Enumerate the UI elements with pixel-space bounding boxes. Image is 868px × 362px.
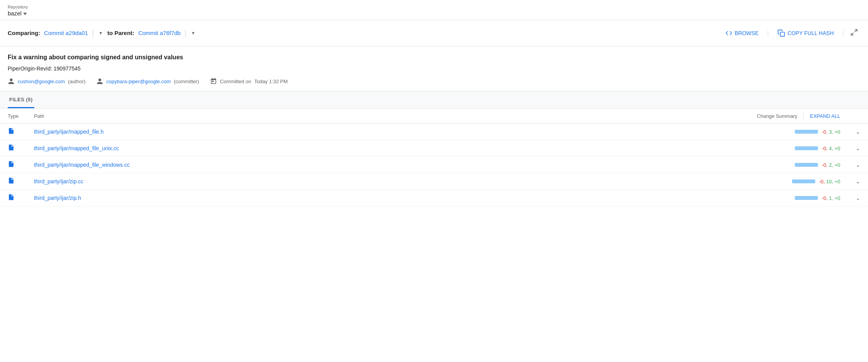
change-stats-2: -0, 4, +0 xyxy=(822,146,840,151)
commit-b-chevron-icon: ▾ xyxy=(192,30,195,36)
change-stats-1: -0, 3, +0 xyxy=(822,129,840,135)
file-path-link-2[interactable]: third_party/ijar/mapped_file_unix.cc xyxy=(34,145,119,151)
file-icon-5 xyxy=(8,195,15,202)
change-stats-3: -0, 2, +0 xyxy=(822,162,840,168)
commit-a-chevron-icon: ▾ xyxy=(99,30,102,36)
commit-b-dropdown-button[interactable]: ▾ xyxy=(190,29,196,37)
repo-dropdown-icon[interactable] xyxy=(23,13,27,15)
change-bar-3 xyxy=(795,163,818,167)
expand-icon-4[interactable]: ⌄ xyxy=(856,178,860,184)
browse-button[interactable]: BROWSE xyxy=(721,27,763,39)
file-path-link-3[interactable]: third_party/ijar/mapped_file_windows.cc xyxy=(34,162,130,168)
repository-label: Repository xyxy=(8,5,860,9)
commit-info: Fix a warning about comparing signed and… xyxy=(0,46,868,91)
stat-blue-1: 3, xyxy=(829,129,833,135)
change-summary-column-header: Change Summary EXPAND ALL xyxy=(461,109,848,124)
change-summary-cell-1: -0, 3, +0 xyxy=(461,124,848,140)
browse-label: BROWSE xyxy=(735,30,759,36)
stat-red-1: -0, xyxy=(822,129,828,135)
change-bar-1 xyxy=(795,130,818,134)
expand-icon-3[interactable]: ⌄ xyxy=(856,162,860,168)
author-email[interactable]: cushon@google.com xyxy=(18,79,65,84)
expand-cell-2: ⌄ xyxy=(848,140,868,157)
stat-red-5: -0, xyxy=(822,195,828,201)
table-row: third_party/ijar/mapped_file_unix.cc -0,… xyxy=(0,140,868,157)
files-table: Type Path Change Summary EXPAND ALL xyxy=(0,109,868,206)
table-row: third_party/ijar/zip.h -0, 1, +0 ⌄ xyxy=(0,190,868,206)
file-path-cell-5: third_party/ijar/zip.h xyxy=(26,190,461,206)
stat-red-3: -0, xyxy=(822,162,828,168)
file-path-cell-1: third_party/ijar/mapped_file.h xyxy=(26,124,461,140)
files-tab-bar: FILES (5) xyxy=(0,91,868,109)
commit-b-link[interactable]: Commit a76f7db xyxy=(138,30,181,36)
author-role: (author) xyxy=(68,79,86,84)
copy-hash-label: COPY FULL HASH xyxy=(787,30,834,36)
change-summary-cell-2: -0, 4, +0 xyxy=(461,140,848,157)
toolbar-right: BROWSE COPY FULL HASH xyxy=(721,26,860,40)
expand-icon-5[interactable]: ⌄ xyxy=(856,195,860,201)
stat-blue-3: 2, xyxy=(829,162,833,168)
commit-title: Fix a warning about comparing signed and… xyxy=(8,54,860,61)
change-stats-4: -0, 10, +0 xyxy=(819,179,840,184)
expand-icon-2[interactable]: ⌄ xyxy=(856,145,860,151)
file-type-cell-1 xyxy=(0,124,26,140)
stat-green-2: +0 xyxy=(834,146,840,151)
expand-cell-1: ⌄ xyxy=(848,124,868,140)
file-path-cell-3: third_party/ijar/mapped_file_windows.cc xyxy=(26,157,461,173)
file-type-cell-5 xyxy=(0,190,26,206)
stat-blue-5: 1, xyxy=(829,195,833,201)
expand-icon-column-header xyxy=(848,109,868,124)
fullscreen-icon xyxy=(850,28,858,36)
expand-cell-5: ⌄ xyxy=(848,190,868,206)
file-path-link-1[interactable]: third_party/ijar/mapped_file.h xyxy=(34,129,104,135)
calendar-icon xyxy=(210,78,217,85)
author-person-icon xyxy=(8,78,15,85)
change-summary-cell-5: -0, 1, +0 xyxy=(461,190,848,206)
file-path-cell-2: third_party/ijar/mapped_file_unix.cc xyxy=(26,140,461,157)
stat-red-2: -0, xyxy=(822,146,828,151)
expand-all-button[interactable]: EXPAND ALL xyxy=(810,113,840,119)
comparing-label: Comparing: xyxy=(8,30,40,36)
expand-icon-1[interactable]: ⌄ xyxy=(856,129,860,135)
stat-green-4: +0 xyxy=(834,179,840,184)
path-column-header: Path xyxy=(26,109,461,124)
comparing-bar: Comparing: Commit a29da01 | ▾ to Parent:… xyxy=(0,20,868,46)
table-header-row: Type Path Change Summary EXPAND ALL xyxy=(0,109,868,124)
copy-icon xyxy=(777,29,785,37)
top-bar: Repository bazel xyxy=(0,0,868,20)
stat-green-1: +0 xyxy=(834,129,840,135)
commit-a-dropdown-button[interactable]: ▾ xyxy=(98,29,104,37)
change-summary-cell-4: -0, 10, +0 xyxy=(461,173,848,190)
files-section: FILES (5) Type Path Change Summary EXPAN… xyxy=(0,91,868,206)
table-row: third_party/ijar/mapped_file.h -0, 3, +0… xyxy=(0,124,868,140)
to-parent-label: to Parent: xyxy=(108,30,135,36)
toolbar-divider xyxy=(768,30,768,37)
toolbar-divider-2 xyxy=(843,30,843,37)
author-meta: cushon@google.com (author) xyxy=(8,78,86,85)
fullscreen-button[interactable] xyxy=(848,26,860,40)
commit-description: PiperOrigin-RevId: 190977545 xyxy=(8,65,860,72)
file-path-link-4[interactable]: third_party/ijar/zip.cc xyxy=(34,178,83,184)
committed-time: Today 1:32 PM xyxy=(254,79,288,84)
file-path-cell-4: third_party/ijar/zip.cc xyxy=(26,173,461,190)
change-bar-2 xyxy=(795,146,818,150)
committer-email[interactable]: copybara-piper@google.com xyxy=(106,79,171,84)
type-column-header: Type xyxy=(0,109,26,124)
change-stats-5: -0, 1, +0 xyxy=(822,195,840,201)
stat-green-5: +0 xyxy=(834,195,840,201)
files-tab[interactable]: FILES (5) xyxy=(8,91,34,108)
file-type-cell-4 xyxy=(0,173,26,190)
change-bar-5 xyxy=(795,196,818,200)
table-row: third_party/ijar/zip.cc -0, 10, +0 ⌄ xyxy=(0,173,868,190)
stat-green-3: +0 xyxy=(834,162,840,168)
th-divider xyxy=(803,112,804,119)
files-table-body: third_party/ijar/mapped_file.h -0, 3, +0… xyxy=(0,124,868,206)
copy-full-hash-button[interactable]: COPY FULL HASH xyxy=(773,27,838,39)
stat-red-4: -0, xyxy=(819,179,825,184)
change-summary-cell-3: -0, 2, +0 xyxy=(461,157,848,173)
expand-cell-3: ⌄ xyxy=(848,157,868,173)
committed-label: Committed on xyxy=(220,79,251,84)
expand-cell-4: ⌄ xyxy=(848,173,868,190)
file-path-link-5[interactable]: third_party/ijar/zip.h xyxy=(34,195,81,201)
commit-a-link[interactable]: Commit a29da01 xyxy=(44,30,88,36)
